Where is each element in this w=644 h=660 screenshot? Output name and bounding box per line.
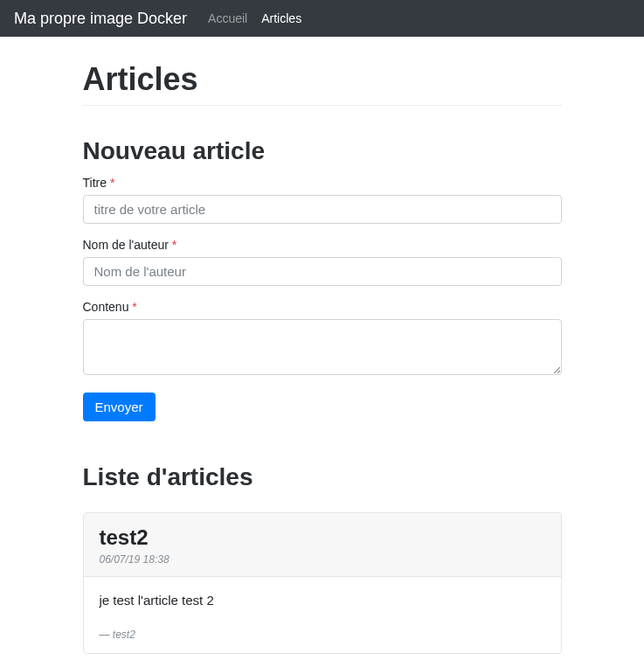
required-mark: * xyxy=(110,176,114,190)
required-mark: * xyxy=(172,238,177,252)
content-label-text: Contenu xyxy=(83,300,129,314)
required-mark: * xyxy=(132,300,136,314)
article-card: test2 06/07/19 18:38 je test l'article t… xyxy=(83,512,562,654)
author-input[interactable] xyxy=(83,257,562,286)
navbar-brand[interactable]: Ma propre image Docker xyxy=(14,10,187,28)
form-group-author: Nom de l'auteur * xyxy=(83,238,562,286)
article-card-body: je test l'article test 2 xyxy=(84,577,561,629)
main-container: Articles Nouveau article Titre * Nom de … xyxy=(78,61,567,654)
article-author-signature: — test2 xyxy=(84,629,561,653)
content-textarea[interactable] xyxy=(83,319,562,375)
author-label-text: Nom de l'auteur xyxy=(83,238,169,252)
articles-list-heading: Liste d'articles xyxy=(83,463,562,491)
new-article-form: Titre * Nom de l'auteur * Contenu * Envo… xyxy=(83,176,562,421)
navbar: Ma propre image Docker Accueil Articles xyxy=(0,0,644,37)
form-group-content: Contenu * xyxy=(83,300,562,379)
submit-button[interactable]: Envoyer xyxy=(83,393,156,421)
article-card-header: test2 06/07/19 18:38 xyxy=(84,513,561,577)
content-label: Contenu * xyxy=(83,300,562,314)
page-title: Articles xyxy=(83,61,562,106)
article-body-text: je test l'article test 2 xyxy=(100,593,545,608)
title-input[interactable] xyxy=(83,195,562,224)
nav-link-accueil[interactable]: Accueil xyxy=(201,11,254,25)
author-label: Nom de l'auteur * xyxy=(83,238,562,252)
form-group-title: Titre * xyxy=(83,176,562,224)
nav-link-articles[interactable]: Articles xyxy=(254,11,308,25)
title-label-text: Titre xyxy=(83,176,107,190)
new-article-heading: Nouveau article xyxy=(83,137,562,165)
article-author: test2 xyxy=(113,629,135,641)
article-title: test2 xyxy=(100,525,545,550)
article-date: 06/07/19 18:38 xyxy=(100,553,545,566)
title-label: Titre * xyxy=(83,176,562,190)
